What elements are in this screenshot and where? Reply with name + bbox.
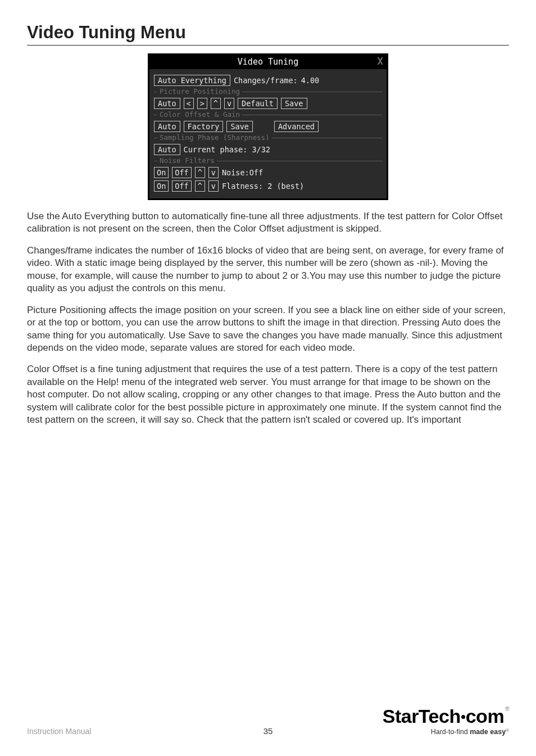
color-offset-legend: Color Offset & Gain (157, 110, 242, 119)
pp-default-button[interactable]: Default (238, 98, 278, 109)
picture-positioning-group: Picture Positioning Auto < > ^ v Default… (154, 92, 382, 109)
noise-filters-group: Noise Filters On Off ^ v Noise:Off On Of… (154, 161, 382, 192)
nf2-on-button[interactable]: On (154, 180, 169, 192)
footer-manual-label: Instruction Manual (27, 727, 91, 736)
nf1-up-button[interactable]: ^ (195, 167, 205, 178)
tagline-part-1: Hard-to-find (431, 728, 470, 736)
panel-body: Auto Everything Changes/frame: 4.00 Pict… (149, 69, 387, 198)
logo-part-1: StarTech (383, 705, 461, 727)
page-number: 35 (264, 726, 273, 736)
nf2-down-button[interactable]: v (208, 180, 219, 192)
nf1-label: Noise:Off (222, 168, 263, 177)
pp-save-button[interactable]: Save (281, 98, 307, 109)
paragraph-2: Changes/frame indicates the number of 16… (27, 245, 509, 295)
color-offset-group: Color Offset & Gain Auto Factory Save Ad… (154, 115, 382, 132)
nf1-off-button[interactable]: Off (172, 167, 191, 178)
panel-title: Video Tuning (238, 57, 298, 67)
picture-positioning-legend: Picture Positioning (157, 87, 242, 96)
co-save-button[interactable]: Save (226, 121, 253, 132)
nf2-label: Flatness: 2 (best) (222, 182, 304, 191)
sp-phase-label: Current phase: 3/32 (184, 145, 270, 154)
paragraph-3: Picture Positioning affects the image po… (27, 304, 509, 355)
nf2-up-button[interactable]: ^ (195, 180, 205, 192)
nf1-down-button[interactable]: v (208, 167, 219, 178)
heading-rule (27, 45, 509, 46)
auto-everything-row: Auto Everything Changes/frame: 4.00 (154, 75, 382, 86)
page-footer: Instruction Manual 35 StarTechcom® Hard-… (27, 707, 509, 736)
logo-dot-icon (461, 715, 465, 719)
registered-icon-2: ® (506, 728, 509, 733)
pp-right-button[interactable]: > (197, 98, 207, 109)
video-tuning-panel: Video Tuning X Auto Everything Changes/f… (148, 53, 388, 200)
nf2-off-button[interactable]: Off (172, 180, 191, 192)
pp-down-button[interactable]: v (224, 98, 234, 109)
changes-frame-value: 4.00 (301, 76, 320, 85)
nf1-on-button[interactable]: On (154, 167, 169, 178)
screenshot-figure: Video Tuning X Auto Everything Changes/f… (27, 53, 509, 200)
registered-icon: ® (505, 706, 509, 712)
pp-left-button[interactable]: < (184, 98, 194, 109)
auto-everything-button[interactable]: Auto Everything (154, 75, 230, 86)
paragraph-1: Use the Auto Everything button to automa… (27, 210, 509, 236)
paragraph-4: Color Offset is a fine tuning adjustment… (27, 363, 509, 426)
sampling-phase-group: Sampling Phase (Sharpness) Auto Current … (154, 138, 382, 155)
tagline-part-2: made easy (470, 728, 506, 736)
co-auto-button[interactable]: Auto (154, 121, 180, 132)
noise-filters-legend: Noise Filters (157, 156, 217, 165)
brand-logo: StarTechcom® Hard-to-find made easy® (383, 707, 509, 736)
co-factory-button[interactable]: Factory (184, 121, 224, 132)
co-advanced-button[interactable]: Advanced (274, 121, 319, 132)
brand-logo-text: StarTechcom® (383, 707, 509, 726)
brand-tagline: Hard-to-find made easy® (383, 728, 509, 736)
changes-frame-label: Changes/frame: (234, 76, 298, 85)
pp-up-button[interactable]: ^ (211, 98, 221, 109)
page-title: Video Tuning Menu (27, 22, 509, 43)
close-icon[interactable]: X (377, 55, 383, 67)
pp-auto-button[interactable]: Auto (154, 98, 180, 109)
panel-titlebar: Video Tuning X (149, 55, 387, 69)
logo-part-2: com (466, 705, 504, 727)
sampling-phase-legend: Sampling Phase (Sharpness) (157, 133, 272, 142)
sp-auto-button[interactable]: Auto (154, 144, 180, 155)
